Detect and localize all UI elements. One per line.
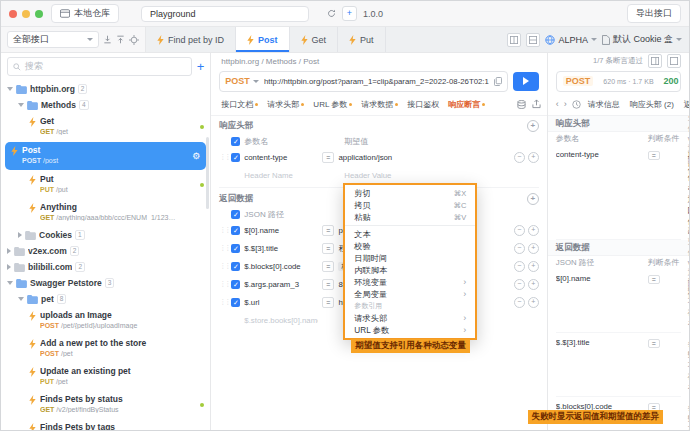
add-row-icon[interactable]: + bbox=[527, 120, 539, 132]
add-row-icon[interactable]: + bbox=[528, 261, 539, 272]
checkbox[interactable]: ✓ bbox=[231, 153, 240, 162]
menu-item[interactable]: 内联脚本 bbox=[345, 264, 475, 276]
menu-item[interactable]: 校验 bbox=[345, 240, 475, 252]
drag-handle[interactable]: ⋮⋮ bbox=[219, 280, 227, 288]
tree-folder[interactable]: httpbin.org2 bbox=[1, 81, 210, 97]
history-icon[interactable] bbox=[572, 100, 581, 109]
minimize-window-button[interactable] bbox=[22, 10, 30, 18]
remove-row-icon[interactable]: − bbox=[514, 279, 525, 290]
remove-row-icon[interactable]: − bbox=[514, 243, 525, 254]
add-api-button[interactable]: + bbox=[197, 60, 205, 73]
response-tab[interactable]: 请求信息 bbox=[588, 99, 620, 110]
cookie-jar-select[interactable]: 默认 Cookie 盒 bbox=[602, 33, 682, 46]
tree-folder[interactable]: v2ex.com2 bbox=[1, 243, 210, 259]
prev-icon[interactable]: ‹ bbox=[556, 99, 559, 109]
layout-columns-icon[interactable] bbox=[507, 33, 521, 47]
sidebar-scrollbar[interactable] bbox=[206, 137, 209, 209]
url-input[interactable]: http://httpbin.org/post?param_1=clip&par… bbox=[264, 77, 489, 86]
export-api-button[interactable]: 导出接口 bbox=[627, 4, 681, 23]
response-tab[interactable]: 返回数据 bbox=[684, 99, 690, 110]
layout-rows-icon[interactable] bbox=[526, 33, 540, 47]
menu-item[interactable]: URL 参数› bbox=[345, 324, 475, 336]
condition-chip[interactable]: = bbox=[322, 243, 334, 254]
add-row-icon[interactable]: + bbox=[528, 225, 539, 236]
repo-select[interactable]: 本地仓库 bbox=[51, 4, 119, 23]
close-window-button[interactable] bbox=[9, 10, 17, 18]
condition-chip[interactable]: = bbox=[322, 225, 334, 236]
drag-handle[interactable]: ⋮⋮ bbox=[219, 298, 227, 306]
remove-row-icon[interactable]: − bbox=[514, 297, 525, 308]
jsonpath-input[interactable]: $.$[3].title bbox=[244, 244, 318, 253]
condition-chip[interactable]: = bbox=[322, 279, 334, 290]
api-item[interactable]: PostPOST /post⚙ bbox=[5, 142, 206, 170]
save-icon[interactable] bbox=[517, 99, 526, 109]
api-item[interactable]: Finds Pets by statusGET /v2/pet/findBySt… bbox=[1, 391, 210, 419]
doc-tab[interactable]: Put bbox=[338, 27, 386, 52]
tree-folder[interactable]: Swagger Petstore3 bbox=[1, 275, 210, 291]
expand-all-icon[interactable] bbox=[103, 35, 112, 44]
add-row-icon[interactable]: + bbox=[528, 279, 539, 290]
condition-chip[interactable]: = bbox=[322, 152, 334, 163]
environment-select[interactable]: ALPHA bbox=[545, 35, 597, 45]
api-item[interactable]: PutPUT /put bbox=[1, 171, 210, 199]
remove-row-icon[interactable]: − bbox=[514, 152, 525, 163]
send-request-button[interactable] bbox=[513, 72, 539, 91]
checkbox[interactable]: ✓ bbox=[231, 262, 240, 271]
section-tab[interactable]: URL 参数 bbox=[309, 99, 356, 110]
project-name-input[interactable]: Playground bbox=[141, 6, 309, 22]
api-item[interactable]: GetGET /get bbox=[1, 113, 210, 141]
tree-folder[interactable]: pet8 bbox=[1, 291, 210, 307]
next-icon[interactable]: › bbox=[564, 99, 567, 109]
add-row-icon[interactable]: + bbox=[528, 152, 539, 163]
drag-handle[interactable]: ⋮⋮ bbox=[219, 244, 227, 252]
menu-item[interactable]: 剪切⌘X bbox=[345, 187, 475, 199]
checkbox[interactable]: ✓ bbox=[231, 280, 240, 289]
jsonpath-input[interactable]: $.url bbox=[244, 298, 318, 307]
condition-chip[interactable]: = bbox=[322, 297, 334, 308]
api-item[interactable]: uploads an ImagePOST /pet/{petId}/upload… bbox=[1, 307, 210, 335]
section-tab[interactable]: 接口文档 bbox=[217, 99, 262, 110]
section-tab[interactable]: 响应断言 bbox=[444, 99, 489, 110]
header-placeholder-row[interactable]: Header Name Header Value bbox=[219, 166, 538, 184]
panel-expand-icon[interactable] bbox=[667, 54, 681, 68]
panel-layout-icon[interactable] bbox=[648, 54, 662, 68]
api-item[interactable]: Update an existing petPUT /pet bbox=[1, 363, 210, 391]
maximize-window-button[interactable] bbox=[35, 10, 43, 18]
menu-item[interactable]: 拷贝⌘C bbox=[345, 199, 475, 211]
add-version-button[interactable]: + bbox=[342, 6, 357, 21]
doc-tab[interactable]: Find pet by ID bbox=[146, 27, 236, 52]
menu-item[interactable]: 请求头部› bbox=[345, 312, 475, 324]
api-item[interactable]: AnythingGET /anything/aaa/bbb/ccc/ENUM_1… bbox=[1, 199, 210, 227]
add-row-icon[interactable]: + bbox=[527, 193, 539, 205]
gear-icon[interactable]: ⚙ bbox=[192, 151, 200, 161]
menu-item[interactable]: 日期时间 bbox=[345, 252, 475, 264]
expected-value-input[interactable]: application/json bbox=[338, 153, 509, 162]
scope-select[interactable]: 全部接口 bbox=[7, 31, 99, 48]
drag-handle[interactable]: ⋮⋮ bbox=[219, 262, 227, 270]
checkbox[interactable]: ✓ bbox=[231, 210, 240, 219]
checkbox[interactable]: ✓ bbox=[231, 137, 240, 146]
response-tab[interactable]: 响应头部 (2) bbox=[630, 99, 674, 110]
tree-folder[interactable]: bilibili.com2 bbox=[1, 259, 210, 275]
doc-tab[interactable]: Get bbox=[290, 27, 339, 52]
jsonpath-input[interactable]: $.blocks[0].code bbox=[244, 262, 318, 271]
drag-handle[interactable]: ⋮⋮ bbox=[219, 226, 227, 234]
checkbox[interactable]: ✓ bbox=[231, 226, 240, 235]
section-tab[interactable]: 请求头部 bbox=[263, 99, 308, 110]
checkbox[interactable]: ✓ bbox=[231, 244, 240, 253]
method-select[interactable]: POST bbox=[225, 76, 259, 86]
copy-icon[interactable] bbox=[494, 77, 502, 86]
condition-chip[interactable]: = bbox=[322, 261, 334, 272]
locate-current-icon[interactable] bbox=[129, 35, 139, 45]
checkbox[interactable]: ✓ bbox=[231, 298, 240, 307]
remove-row-icon[interactable]: − bbox=[514, 261, 525, 272]
menu-item[interactable]: 文本 bbox=[345, 228, 475, 240]
section-tab[interactable]: 请求数据 bbox=[357, 99, 402, 110]
add-row-icon[interactable]: + bbox=[528, 297, 539, 308]
add-row-icon[interactable]: + bbox=[528, 243, 539, 254]
menu-item[interactable]: 环境变量› bbox=[345, 276, 475, 288]
jsonpath-input[interactable]: $[0].name bbox=[244, 226, 318, 235]
tree-folder[interactable]: Cookies1 bbox=[1, 227, 210, 243]
refresh-icon[interactable] bbox=[327, 9, 336, 18]
api-item[interactable]: Finds Pets by tagsGET /pet/findByTags bbox=[1, 419, 210, 431]
